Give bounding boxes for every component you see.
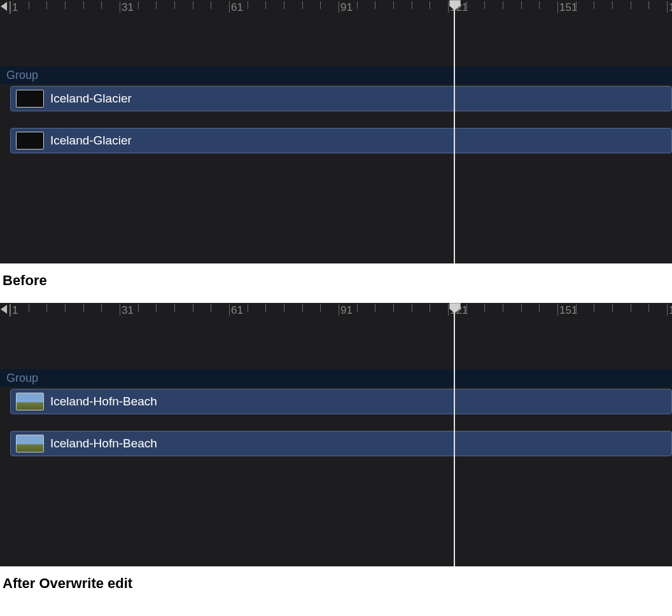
clip-label: Iceland-Hofn-Beach	[50, 395, 157, 409]
group-label: Group	[6, 69, 38, 82]
ruler-label: 31	[122, 304, 134, 317]
playhead[interactable]	[454, 0, 455, 263]
timeline-ruler[interactable]: 1316191121151181	[0, 303, 672, 318]
go-to-start-icon[interactable]	[0, 1, 8, 11]
clip-thumbnail	[16, 90, 44, 108]
ruler-label: 181	[669, 304, 672, 317]
clip-thumbnail	[16, 435, 44, 452]
go-to-start-icon[interactable]	[0, 304, 8, 314]
ruler-label: 31	[122, 1, 134, 14]
ruler-label: 1	[12, 1, 18, 14]
clip-bar[interactable]: Iceland-Hofn-Beach	[10, 389, 672, 414]
timeline-ruler[interactable]: 1316191121151181	[0, 0, 672, 15]
ruler-label: 61	[231, 1, 243, 14]
group-header[interactable]: Group	[0, 369, 672, 387]
ruler-label: 151	[559, 1, 577, 14]
group-header[interactable]: Group	[0, 66, 672, 84]
clip-label: Iceland-Hofn-Beach	[50, 437, 157, 451]
playhead[interactable]	[454, 303, 455, 566]
clip-bar[interactable]: Iceland-Glacier	[10, 86, 672, 111]
ruler-label: 181	[669, 1, 672, 14]
clip-bar[interactable]: Iceland-Hofn-Beach	[10, 431, 672, 456]
ruler-label: 91	[340, 304, 353, 317]
ruler-label: 61	[231, 304, 243, 317]
caption-before: Before	[0, 263, 672, 303]
clip-label: Iceland-Glacier	[50, 134, 132, 148]
ruler-label: 91	[340, 1, 353, 14]
ruler-label: 1	[12, 304, 18, 317]
clip-label: Iceland-Glacier	[50, 92, 132, 106]
clip-thumbnail	[16, 393, 44, 410]
ruler-label: 151	[559, 304, 577, 317]
group-label: Group	[6, 372, 38, 385]
timeline-after: 1316191121151181 Group Iceland-Hofn-Beac…	[0, 303, 672, 566]
clip-thumbnail	[16, 132, 44, 150]
timeline-before: 1316191121151181 Group Iceland-Glacier I…	[0, 0, 672, 263]
clip-bar[interactable]: Iceland-Glacier	[10, 128, 672, 153]
caption-after: After Overwrite edit	[0, 566, 672, 594]
